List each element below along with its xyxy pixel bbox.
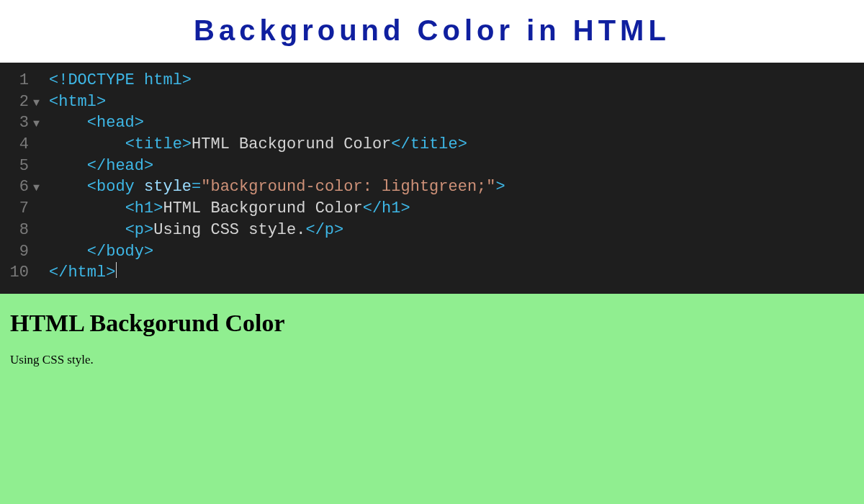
line-number: 4	[0, 134, 33, 156]
code-content[interactable]: <p>Using CSS style.</p>	[49, 220, 343, 241]
code-line[interactable]: 7 <h1>HTML Backgorund Color</h1>	[0, 198, 864, 220]
line-number: 7	[0, 198, 33, 220]
code-line[interactable]: 6▼ <body style="background-color: lightg…	[0, 176, 864, 198]
code-editor[interactable]: 1<!DOCTYPE html>2▼<html>3▼ <head>4 <titl…	[0, 63, 864, 294]
code-content[interactable]: <h1>HTML Backgorund Color</h1>	[49, 198, 410, 220]
preview-pane: HTML Backgorund Color Using CSS style.	[0, 294, 864, 504]
code-content[interactable]: </html>	[49, 262, 117, 284]
preview-paragraph: Using CSS style.	[10, 353, 854, 367]
line-number: 10	[0, 262, 33, 284]
line-number: 1	[0, 70, 33, 91]
line-number: 3	[0, 112, 33, 134]
code-content[interactable]: <html>	[49, 91, 106, 113]
code-content[interactable]: </head>	[49, 156, 153, 177]
code-line[interactable]: 8 <p>Using CSS style.</p>	[0, 220, 864, 241]
code-content[interactable]: <!DOCTYPE html>	[49, 70, 192, 91]
text-cursor	[116, 262, 117, 278]
preview-heading: HTML Backgorund Color	[10, 310, 854, 337]
code-content[interactable]: <body style="background-color: lightgree…	[49, 176, 505, 198]
code-line[interactable]: 10</html>	[0, 262, 864, 284]
line-number: 6	[0, 176, 33, 198]
line-number: 5	[0, 156, 33, 177]
code-content[interactable]: <title>HTML Backgorund Color</title>	[49, 134, 467, 156]
code-line[interactable]: 5 </head>	[0, 156, 864, 177]
fold-toggle-icon[interactable]: ▼	[33, 117, 49, 132]
code-line[interactable]: 3▼ <head>	[0, 112, 864, 134]
code-line[interactable]: 4 <title>HTML Backgorund Color</title>	[0, 134, 864, 156]
code-content[interactable]: <head>	[49, 112, 144, 134]
page-header: Background Color in HTML	[0, 0, 864, 63]
page-title: Background Color in HTML	[0, 14, 864, 47]
line-number: 9	[0, 241, 33, 263]
line-number: 2	[0, 91, 33, 113]
fold-toggle-icon[interactable]: ▼	[33, 96, 49, 111]
code-line[interactable]: 9 </body>	[0, 241, 864, 263]
fold-toggle-icon[interactable]: ▼	[33, 181, 49, 196]
code-content[interactable]: </body>	[49, 241, 153, 263]
code-line[interactable]: 2▼<html>	[0, 91, 864, 113]
line-number: 8	[0, 220, 33, 241]
code-line[interactable]: 1<!DOCTYPE html>	[0, 70, 864, 91]
